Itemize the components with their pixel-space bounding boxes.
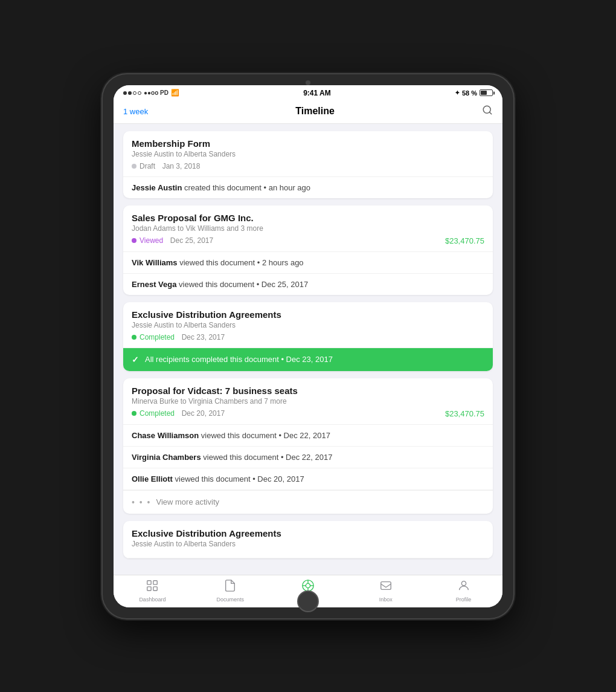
status-bar: ●●oo PD 📶 9:41 AM ✦ 58 % (114, 85, 502, 100)
tab-documents[interactable]: Documents (191, 579, 269, 603)
activity-action-4b: viewed this document • Dec 22, 2017 (203, 453, 332, 462)
activity-action-2b: viewed this document • Dec 25, 2017 (179, 280, 308, 289)
doc-header-2: Sales Proposal for GMG Inc. Jodan Adams … (123, 205, 493, 252)
doc-title-4: Proposal for Vidcast: 7 business seats (132, 386, 484, 396)
doc-card-vidcast[interactable]: Proposal for Vidcast: 7 business seats M… (123, 378, 493, 514)
tab-inbox[interactable]: Inbox (347, 579, 425, 603)
view-more-label: View more activity (156, 497, 219, 506)
device-screen: ●●oo PD 📶 9:41 AM ✦ 58 % 1 week Timeline (114, 85, 502, 607)
status-badge-2: Viewed Dec 25, 2017 (132, 236, 213, 245)
tablet-device: ●●oo PD 📶 9:41 AM ✦ 58 % 1 week Timeline (103, 74, 513, 618)
doc-subtitle-5: Jessie Austin to Alberta Sanders (132, 540, 484, 548)
nav-bar: 1 week Timeline (114, 100, 502, 124)
dot2 (128, 91, 132, 95)
status-dot-draft (132, 164, 136, 169)
status-date-4: Dec 20, 2017 (178, 409, 225, 418)
activity-action-4c: viewed this document • Dec 20, 2017 (175, 474, 304, 483)
camera (306, 80, 310, 85)
doc-subtitle-4: Minerva Burke to Virginia Chambers and 7… (132, 397, 484, 406)
battery-fill (481, 91, 487, 95)
doc-title-5: Exclusive Distribution Agreements (132, 528, 484, 538)
dashboard-icon (146, 579, 159, 595)
status-dot-completed-3 (132, 335, 136, 340)
doc-header-5: Exclusive Distribution Agreements Jessie… (123, 521, 493, 558)
wifi-icon: 📶 (171, 89, 179, 97)
dots-icon: • • • (132, 497, 151, 507)
activity-item-2b: Ernest Vega viewed this document • Dec 2… (123, 274, 493, 295)
status-badge-3: Completed Dec 23, 2017 (132, 333, 225, 341)
doc-header-3: Exclusive Distribution Agreements Jessie… (123, 302, 493, 348)
activity-actor-2b: Ernest Vega (132, 280, 176, 289)
battery-icon (480, 89, 493, 96)
documents-label: Documents (216, 597, 244, 603)
activity-item-4b: Virginia Chambers viewed this document •… (123, 447, 493, 468)
status-dot-viewed (132, 238, 136, 243)
battery-percent: 58 % (462, 89, 477, 97)
doc-status-row-3: Completed Dec 23, 2017 (132, 333, 484, 341)
dot1 (123, 91, 127, 95)
status-badge-1: Draft Jan 3, 2018 (132, 162, 200, 170)
doc-card-exclusive-dist-1[interactable]: Exclusive Distribution Agreements Jessie… (123, 302, 493, 371)
banner-text-3: All recipients completed this document •… (145, 355, 333, 364)
activity-item-2a: Vik Williams viewed this document • 2 ho… (123, 252, 493, 274)
activity-item-4c: Ollie Elliott viewed this document • Dec… (123, 468, 493, 490)
svg-point-13 (461, 581, 466, 585)
view-more-button[interactable]: • • • View more activity (123, 490, 493, 514)
status-right: ✦ 58 % (455, 89, 493, 97)
status-left: ●●oo PD 📶 (123, 89, 179, 97)
doc-card-membership-form[interactable]: Membership Form Jessie Austin to Alberta… (123, 131, 493, 198)
profile-icon (457, 579, 470, 595)
doc-title-3: Exclusive Distribution Agreements (132, 309, 484, 320)
svg-rect-2 (147, 580, 151, 584)
doc-subtitle-2: Jodan Adams to Vik Williams and 3 more (132, 224, 484, 233)
status-label-2: Viewed (140, 236, 163, 245)
status-date-3: Dec 23, 2017 (178, 333, 225, 341)
svg-rect-3 (153, 580, 157, 584)
activity-item-4a: Chase Williamson viewed this document • … (123, 425, 493, 447)
activity-action-2a: viewed this document • 2 hours ago (179, 258, 303, 267)
dot4 (138, 91, 141, 95)
activity-action-4a: viewed this document • Dec 22, 2017 (201, 431, 330, 440)
activity-actor: Jessie Austin (132, 183, 182, 192)
doc-subtitle-1: Jessie Austin to Alberta Sanders (132, 150, 484, 158)
doc-header-4: Proposal for Vidcast: 7 business seats M… (123, 378, 493, 425)
svg-rect-12 (381, 581, 391, 589)
status-label-4: Completed (140, 409, 175, 418)
status-badge-4: Completed Dec 20, 2017 (132, 409, 225, 418)
activity-actor-4a: Chase Williamson (132, 431, 199, 440)
carrier-label: ●●oo PD (144, 89, 168, 96)
doc-card-sales-proposal[interactable]: Sales Proposal for GMG Inc. Jodan Adams … (123, 205, 493, 295)
status-label-1: Draft (140, 162, 155, 170)
doc-amount-4: $23,470.75 (445, 409, 484, 418)
documents-icon (223, 579, 237, 595)
completed-banner-3: ✓ All recipients completed this document… (123, 348, 493, 371)
status-dot-completed-4 (132, 411, 136, 416)
page-title: Timeline (295, 106, 335, 117)
svg-rect-5 (153, 586, 157, 590)
signal-dots (123, 91, 141, 95)
doc-status-row-1: Draft Jan 3, 2018 (132, 162, 484, 170)
doc-header-1: Membership Form Jessie Austin to Alberta… (123, 131, 493, 177)
dot3 (133, 91, 136, 95)
inbox-label: Inbox (379, 597, 393, 603)
search-button[interactable] (482, 105, 493, 118)
profile-label: Profile (456, 597, 472, 603)
doc-status-row-2: Viewed Dec 25, 2017 $23,470.75 (132, 236, 484, 245)
back-button[interactable]: 1 week (123, 107, 148, 116)
activity-action: created this document • an hour ago (184, 183, 310, 192)
tab-profile[interactable]: Profile (425, 579, 502, 603)
doc-title-2: Sales Proposal for GMG Inc. (132, 213, 484, 223)
activity-actor-2a: Vik Williams (132, 258, 178, 267)
doc-amount-2: $23,470.75 (445, 236, 484, 245)
activity-actor-4b: Virginia Chambers (132, 453, 201, 462)
svg-rect-4 (147, 586, 151, 590)
activity-item: Jessie Austin created this document • an… (123, 177, 493, 198)
doc-subtitle-3: Jessie Austin to Alberta Sanders (132, 321, 484, 329)
doc-card-exclusive-dist-2[interactable]: Exclusive Distribution Agreements Jessie… (123, 521, 493, 558)
tab-dashboard[interactable]: Dashboard (114, 579, 191, 603)
svg-line-1 (489, 112, 491, 114)
doc-title-1: Membership Form (132, 138, 484, 149)
status-time: 9:41 AM (303, 89, 331, 97)
home-button[interactable] (297, 590, 319, 612)
bluetooth-icon: ✦ (455, 89, 460, 96)
